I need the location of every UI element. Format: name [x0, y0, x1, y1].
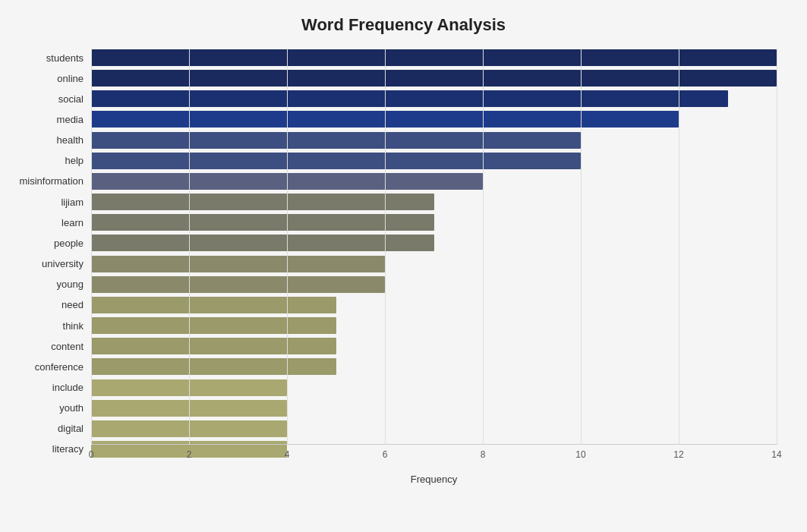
x-tick-label: 12: [673, 449, 683, 460]
chart-title: Word Frequency Analysis: [30, 15, 777, 35]
x-tick-label: 4: [285, 449, 290, 460]
bar-label: media: [8, 114, 91, 125]
x-tick-label: 6: [383, 449, 388, 460]
gridline: [91, 49, 92, 445]
x-tick-label: 0: [89, 449, 94, 460]
chart-area: studentsonlinesocialmediahealthhelpmisin…: [91, 49, 777, 489]
bar-label: help: [8, 155, 91, 166]
gridline: [679, 49, 679, 445]
bar-label: students: [8, 52, 91, 64]
bar-label: social: [8, 93, 91, 105]
bar-label: lijiam: [8, 197, 91, 208]
chart-container: Word Frequency Analysis studentsonlineso…: [0, 0, 807, 532]
bar-label: people: [8, 238, 91, 249]
x-axis-label: Frequency: [91, 474, 777, 485]
bar-label: online: [8, 73, 91, 84]
bar-label: youth: [8, 402, 91, 414]
x-tick-label: 2: [187, 449, 192, 460]
gridline: [483, 49, 484, 445]
gridline: [581, 49, 582, 445]
bar-label: content: [8, 341, 91, 352]
bar-label: think: [8, 320, 91, 332]
x-tick-label: 8: [481, 449, 486, 460]
bar-label: conference: [8, 361, 91, 373]
bar-label: learn: [8, 217, 91, 228]
bar-label: digital: [8, 423, 91, 434]
bar-label: literacy: [8, 443, 91, 455]
x-tick-label: 14: [771, 449, 781, 460]
gridline: [287, 49, 288, 445]
x-tick-label: 10: [575, 449, 585, 460]
bar-label: need: [8, 299, 91, 310]
gridline: [189, 49, 190, 445]
bar-label: misinformation: [8, 175, 91, 187]
gridlines: [91, 49, 777, 445]
gridline: [777, 49, 777, 445]
bar-label: university: [8, 258, 91, 269]
gridline: [385, 49, 386, 445]
bar-label: young: [8, 279, 91, 290]
bar-label: include: [8, 382, 91, 393]
bar-label: health: [8, 134, 91, 146]
